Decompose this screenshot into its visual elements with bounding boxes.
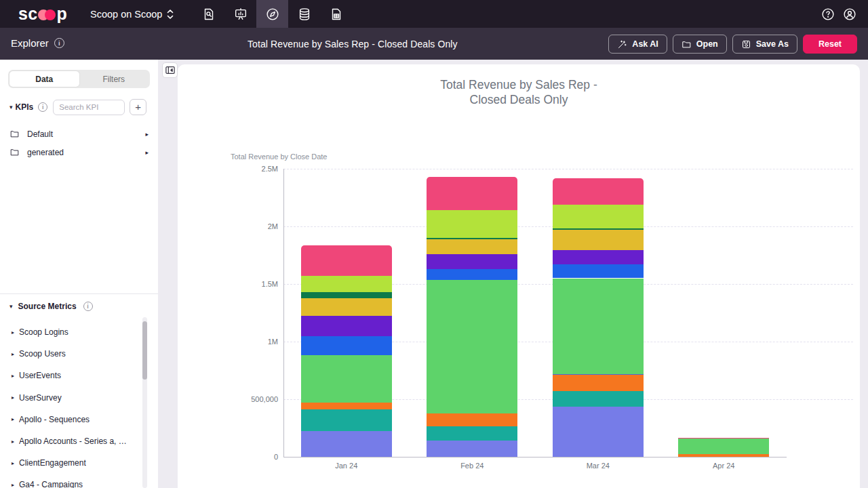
bar-segment[interactable] [427,238,517,239]
logo-text-right: p [56,4,67,24]
bar-segment[interactable] [301,316,392,336]
bar-segment[interactable] [427,413,517,426]
ask-ai-button[interactable]: Ask AI [608,35,667,54]
top-nav-bar: sc p Scoop on Scoop [0,0,868,28]
source-metric-item[interactable]: ▸Ga4 - Campaigns [12,478,137,488]
kpi-search-input[interactable] [53,100,125,115]
source-metric-label: Apollo Accounts - Series a, … [19,436,127,446]
expand-chevron-icon[interactable]: ▸ [12,439,14,445]
app-window: sc p Scoop on Scoop [0,0,868,488]
bar-segment[interactable] [301,355,392,402]
tab-data[interactable]: Data [9,71,79,87]
explorer-header-bar: Explorer i Total Revenue by Sales Rep - … [0,28,868,60]
add-kpi-button[interactable]: + [130,99,146,115]
bar-segment[interactable] [301,403,392,409]
expand-chevron-icon[interactable]: ▸ [145,149,149,156]
collapse-chevron-icon[interactable]: ▾ [9,303,13,310]
bar-segment[interactable] [678,439,769,454]
x-axis-tick-label: Apr 24 [661,462,787,470]
explorer-label: Explorer i [11,37,64,49]
kpis-header-row: ▾ KPIs i + [9,98,150,116]
bar-segment[interactable] [301,298,392,316]
help-icon[interactable] [821,7,835,22]
y-axis-tick-label: 2M [236,222,278,230]
open-button[interactable]: Open [673,35,727,54]
bar-segment[interactable] [553,407,644,457]
source-metric-item[interactable]: ▸UserEvents [12,369,137,382]
bar-segment[interactable] [427,177,517,210]
bar-segment[interactable] [553,375,644,390]
x-axis-tick-label: Jan 24 [283,462,410,470]
scoop-logo[interactable]: sc p [18,4,67,24]
y-axis-tick-label: 500,000 [236,395,278,403]
source-metric-item[interactable]: ▸Apollo Accounts - Series a, … [12,434,137,448]
account-icon[interactable] [842,7,857,22]
expand-chevron-icon[interactable]: ▸ [12,394,14,401]
left-sidebar: Data Filters ▾ KPIs i + Default ▸ genera… [0,60,158,488]
bar-segment[interactable] [427,280,517,413]
kpi-folder-default[interactable]: Default ▸ [9,127,149,140]
tab-filters[interactable]: Filters [79,71,149,87]
bar-segment[interactable] [301,245,392,276]
workspace-selector[interactable]: Scoop on Scoop [90,9,174,20]
bar-segment[interactable] [553,279,644,374]
source-metric-item[interactable]: ▸Scoop Logins [12,325,137,339]
source-metric-item[interactable]: ▸Apollo - Sequences [12,413,137,426]
bar-segment[interactable] [301,276,392,292]
collapse-sidebar-button[interactable] [162,62,178,78]
sidebar-scrollbar-thumb[interactable] [142,321,147,380]
source-metric-item[interactable]: ▸ClientEngagement [12,456,137,470]
tab-sheets[interactable] [320,0,352,28]
bar-segment[interactable] [678,454,769,457]
bar-segment[interactable] [553,178,644,205]
bar-segment[interactable] [553,250,644,265]
bar-segment[interactable] [553,228,644,230]
expand-chevron-icon[interactable]: ▸ [12,460,14,466]
expand-chevron-icon[interactable]: ▸ [12,416,14,422]
info-icon[interactable]: i [38,102,47,112]
y-axis-tick-label: 0 [236,453,278,461]
action-buttons: Ask AI Open Save As Reset [608,35,857,54]
bar-segment[interactable] [427,426,517,441]
bar-segment[interactable] [553,391,644,407]
folder-label: generated [27,148,64,157]
bar-segment[interactable] [553,264,644,278]
bar-segment[interactable] [553,230,644,250]
source-metric-item[interactable]: ▸UserSurvey [12,391,137,405]
reset-button[interactable]: Reset [803,35,857,54]
expand-chevron-icon[interactable]: ▸ [12,482,14,488]
bar-segment[interactable] [301,409,392,431]
kpis-label: KPIs [16,102,34,112]
bar-segment[interactable] [301,431,392,457]
info-icon[interactable]: i [83,302,93,311]
expand-chevron-icon[interactable]: ▸ [145,131,149,138]
bar-segment[interactable] [427,269,517,280]
source-metric-label: Scoop Logins [19,327,68,337]
bar-segment[interactable] [553,374,644,375]
page-title: Total Revenue by Sales Rep - Closed Deal… [248,39,458,49]
save-as-button[interactable]: Save As [732,35,797,54]
kpi-folder-generated[interactable]: generated ▸ [9,146,149,159]
expand-chevron-icon[interactable]: ▸ [12,329,14,336]
bar-segment[interactable] [427,441,517,457]
tab-explorer[interactable] [256,0,288,28]
source-metric-item[interactable]: ▸Scoop Users [12,347,137,361]
expand-chevron-icon[interactable]: ▸ [12,351,14,357]
bar-segment[interactable] [301,292,392,298]
bar-segment[interactable] [301,336,392,356]
explorer-title: Explorer [11,37,49,49]
tab-canvas-file-search[interactable] [193,0,224,28]
magic-wand-icon [617,39,627,49]
info-icon[interactable]: i [54,38,64,48]
bar-segment[interactable] [427,254,517,269]
bar-segment[interactable] [553,205,644,228]
tab-datasets[interactable] [288,0,320,28]
collapse-chevron-icon[interactable]: ▾ [9,104,13,110]
x-axis-tick-label: Feb 24 [410,462,536,470]
bar-segment[interactable] [427,239,517,255]
tab-presentation[interactable] [224,0,256,28]
expand-chevron-icon[interactable]: ▸ [12,373,14,379]
bar-segment[interactable] [427,210,517,238]
source-metric-label: UserSurvey [19,393,62,403]
bar-segment[interactable] [678,438,769,439]
